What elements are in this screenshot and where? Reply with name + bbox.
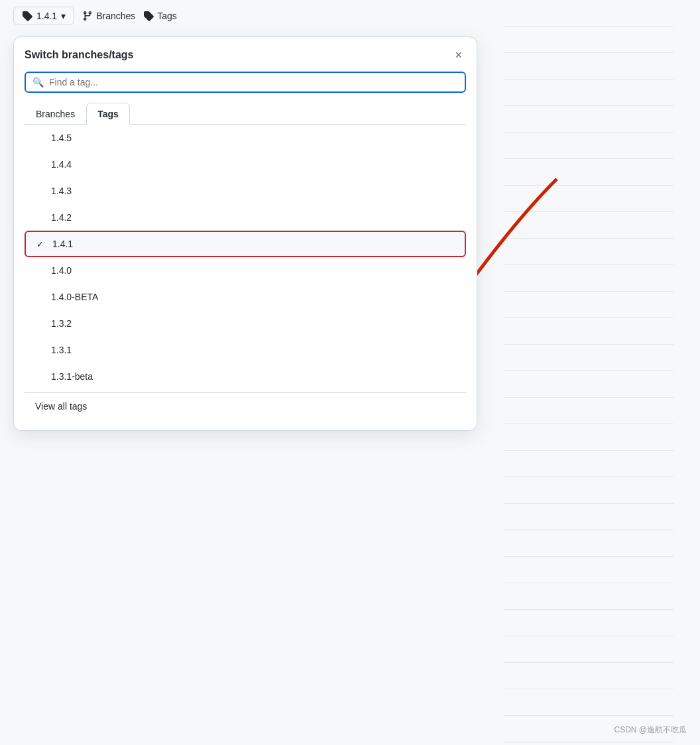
list-item[interactable]: 1.4.2 <box>25 204 466 231</box>
checkmark <box>35 266 46 276</box>
checkmark <box>35 319 46 329</box>
list-item[interactable]: 1.3.1 <box>25 337 466 363</box>
tags-link[interactable]: Tags <box>143 11 177 21</box>
panel-header: Switch branches/tags × <box>25 48 466 62</box>
list-item[interactable]: 1.3.2 <box>25 310 466 337</box>
watermark: CSDN @逸航不吃瓜 <box>614 724 687 736</box>
branches-label: Branches <box>96 11 135 21</box>
tabs-container: Branches Tags <box>25 102 466 125</box>
panel-title: Switch branches/tags <box>25 49 134 61</box>
checkmark <box>35 213 46 223</box>
version-label: 1.4.1 <box>36 11 57 21</box>
list-item[interactable]: 1.3.1-beta <box>25 363 466 390</box>
tag-icon <box>22 11 32 21</box>
view-all-tags[interactable]: View all tags <box>25 392 466 420</box>
branches-icon <box>82 11 93 21</box>
tab-branches[interactable]: Branches <box>25 103 86 125</box>
checkmark <box>35 292 46 302</box>
checkmark <box>35 345 46 355</box>
version-button[interactable]: 1.4.1 ▾ <box>13 7 74 25</box>
checkmark <box>35 160 46 170</box>
branch-tag-panel: Switch branches/tags × 🔍 Branches Tags 1… <box>13 36 477 431</box>
checkmark-selected: ✓ <box>36 239 47 249</box>
branches-link[interactable]: Branches <box>82 11 135 21</box>
checkmark <box>35 133 46 143</box>
search-icon: 🔍 <box>32 77 44 87</box>
list-item[interactable]: 1.4.3 <box>25 178 466 204</box>
tags-label: Tags <box>157 11 177 21</box>
tag-list: 1.4.5 1.4.4 1.4.3 1.4.2 ✓ 1.4.1 1.4.0 1.… <box>25 125 466 390</box>
list-item[interactable]: 1.4.0-BETA <box>25 284 466 310</box>
list-item[interactable]: 1.4.5 <box>25 125 466 151</box>
search-input[interactable] <box>49 77 458 87</box>
tags-icon <box>143 11 154 21</box>
checkmark <box>35 186 46 196</box>
top-bar: 1.4.1 ▾ Branches Tags <box>13 7 177 25</box>
close-button[interactable]: × <box>451 48 466 62</box>
list-item-selected[interactable]: ✓ 1.4.1 <box>25 231 466 257</box>
search-box: 🔍 <box>25 72 466 93</box>
tab-tags[interactable]: Tags <box>86 103 130 125</box>
dropdown-arrow: ▾ <box>61 11 66 21</box>
list-item[interactable]: 1.4.0 <box>25 257 466 284</box>
checkmark <box>35 372 46 382</box>
list-item[interactable]: 1.4.4 <box>25 151 466 178</box>
